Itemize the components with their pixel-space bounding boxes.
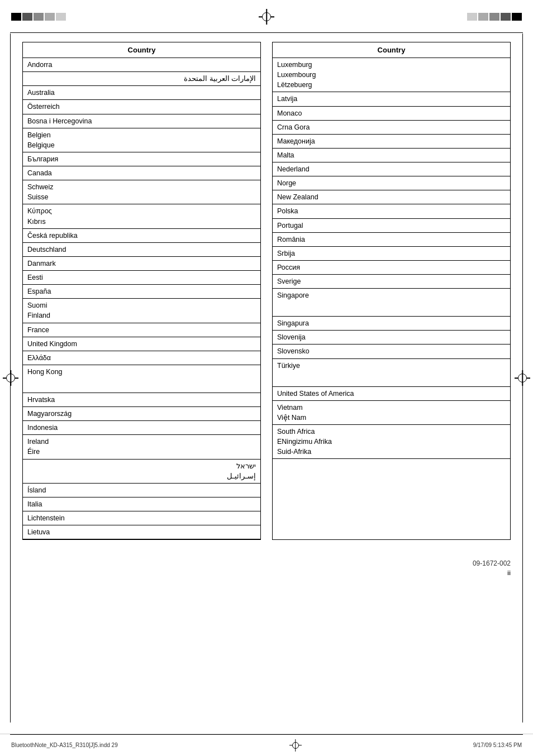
bottom-crosshair xyxy=(289,739,302,752)
mark-bar-5 xyxy=(56,13,66,21)
left-country-row: ΚύπροςKıbrıs xyxy=(23,204,260,228)
left-country-row: Magyarország xyxy=(23,407,260,421)
left-country-row: Bosna i Hercegovina xyxy=(23,114,260,128)
left-col-header: Country xyxy=(23,42,260,58)
right-country-row: Latvija xyxy=(273,92,510,106)
left-country-row: Ελλάδα xyxy=(23,351,260,365)
right-country-row: România xyxy=(273,233,510,247)
left-country-row: Ísland xyxy=(23,484,260,497)
mark-bar-r5 xyxy=(512,13,522,21)
right-country-row: Россия xyxy=(273,261,510,275)
mark-bar-r4 xyxy=(501,13,511,21)
top-crosshair xyxy=(259,9,274,25)
right-country-row: Monaco xyxy=(273,107,510,121)
left-country-row: Deutschland xyxy=(23,243,260,257)
left-country-row: Česká republika xyxy=(23,229,260,243)
right-country-row: Polska xyxy=(273,204,510,218)
right-col-header: Country xyxy=(273,42,510,58)
left-country-row: Eesti xyxy=(23,271,260,285)
page-number: ii xyxy=(473,570,511,576)
right-country-row: Türkiye xyxy=(273,359,510,387)
mark-bar-2 xyxy=(22,13,32,21)
top-marks-area xyxy=(0,0,533,34)
right-country-row: Srbija xyxy=(273,247,510,261)
file-info: BluetoothNote_KD-A315_R310[J]5.indd 29 xyxy=(11,742,118,748)
right-country-row: Slovenija xyxy=(273,331,510,344)
columns-wrapper: Country Andorraالإمارات العربية المتحدةA… xyxy=(22,42,511,540)
right-country-row: Slovensko xyxy=(273,344,510,358)
left-country-row: Canada xyxy=(23,166,260,180)
left-country-row: United Kingdom xyxy=(23,337,260,351)
bottom-area: 09-1672-002 ii xyxy=(0,551,533,582)
left-country-row: Indonesia xyxy=(23,421,260,435)
mark-bar-r1 xyxy=(467,13,477,21)
left-country-row: ישראלإسـرائيـل xyxy=(23,460,260,484)
left-column: Country Andorraالإمارات العربية المتحدةA… xyxy=(22,42,261,540)
mark-bar-4 xyxy=(45,13,55,21)
left-country-row: Hrvatska xyxy=(23,393,260,407)
bottom-right: 09-1672-002 ii xyxy=(473,559,511,576)
doc-number: 09-1672-002 xyxy=(473,559,511,567)
right-country-row: LuxemburgLuxembourgLëtzebuerg xyxy=(273,58,510,92)
right-country-row: VietnamViệt Nam xyxy=(273,401,510,425)
left-country-row: Danmark xyxy=(23,257,260,271)
right-country-row: Singapura xyxy=(273,317,510,331)
left-country-row: Lichtenstein xyxy=(23,511,260,525)
right-marks xyxy=(467,13,522,21)
left-country-row: SchweizSuisse xyxy=(23,180,260,204)
left-country-row: SuomiFinland xyxy=(23,299,260,323)
left-country-row: България xyxy=(23,152,260,166)
right-country-row: Македонија xyxy=(273,135,510,149)
left-country-row: Australia xyxy=(23,86,260,100)
right-country-row: Portugal xyxy=(273,219,510,233)
right-country-row: South AfricaENingizimu AfrikaSuid-Afrika xyxy=(273,425,510,459)
right-country-row: Singapore xyxy=(273,289,510,317)
mark-bar-1 xyxy=(11,13,21,21)
right-country-row: United States of America xyxy=(273,387,510,401)
left-country-row: Andorra xyxy=(23,58,260,72)
mark-bar-r2 xyxy=(478,13,488,21)
bottom-crosshair-circle xyxy=(292,742,299,749)
right-column: Country LuxemburgLuxembourgLëtzebuergLat… xyxy=(272,42,511,540)
right-crosshair xyxy=(515,370,530,386)
bottom-marks: BluetoothNote_KD-A315_R310[J]5.indd 29 9… xyxy=(0,734,533,756)
date-info: 9/17/09 5:13:45 PM xyxy=(473,742,522,748)
mark-bar-3 xyxy=(34,13,44,21)
right-crosshair-circle xyxy=(518,374,527,382)
left-country-row: France xyxy=(23,323,260,337)
left-country-row: الإمارات العربية المتحدة xyxy=(23,72,260,86)
crosshair-circle xyxy=(262,12,271,21)
left-country-row: BelgienBelgique xyxy=(23,128,260,152)
left-country-row: Hong Kong xyxy=(23,365,260,393)
top-border-line xyxy=(10,32,523,33)
main-content: Country Andorraالإمارات العربية المتحدةA… xyxy=(0,34,533,551)
left-marks xyxy=(11,13,66,21)
mark-bar-r3 xyxy=(489,13,499,21)
right-country-row: Crna Gora xyxy=(273,121,510,135)
right-country-row: Malta xyxy=(273,149,510,162)
right-country-row: Norge xyxy=(273,176,510,190)
right-country-row: Nederland xyxy=(273,162,510,176)
left-country-row: España xyxy=(23,285,260,299)
left-country-row: Italia xyxy=(23,497,260,511)
right-country-row: Sverige xyxy=(273,275,510,289)
left-country-row: Österreich xyxy=(23,100,260,114)
left-crosshair-circle xyxy=(6,374,15,382)
left-country-row: IrelandÉire xyxy=(23,435,260,459)
left-country-row: Lietuva xyxy=(23,525,260,539)
left-crosshair xyxy=(3,370,18,386)
right-country-row: New Zealand xyxy=(273,190,510,204)
